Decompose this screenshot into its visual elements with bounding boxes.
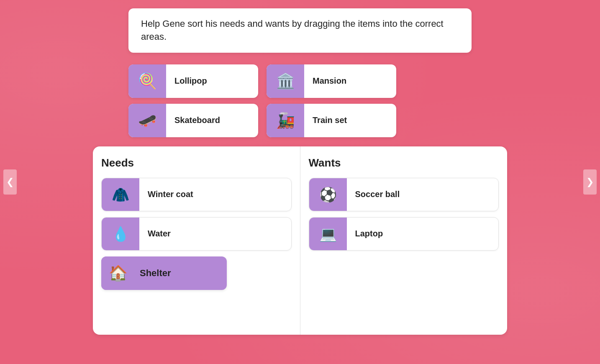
- left-arrow-icon: ❮: [6, 177, 14, 187]
- shelter-label: Shelter: [135, 268, 171, 279]
- items-row-2: 🛹 Skateboard 🚂 Train set: [128, 104, 472, 137]
- drag-item-trainset[interactable]: 🚂 Train set: [267, 104, 396, 137]
- draggable-items-section: 🍭 Lollipop 🏛️ Mansion 🛹 Skateboard 🚂 Tra…: [128, 64, 472, 137]
- mansion-label: Mansion: [304, 76, 346, 86]
- next-nav-button[interactable]: ❯: [583, 169, 597, 195]
- skateboard-label: Skateboard: [166, 115, 220, 125]
- water-icon: 💧: [102, 217, 139, 251]
- trainset-label: Train set: [304, 115, 347, 125]
- drag-item-lollipop[interactable]: 🍭 Lollipop: [128, 64, 258, 98]
- mansion-icon: 🏛️: [267, 64, 304, 98]
- wintercoat-icon: 🧥: [102, 178, 139, 211]
- drop-item-wintercoat[interactable]: 🧥 Winter coat: [101, 178, 292, 211]
- wintercoat-label: Winter coat: [139, 190, 193, 199]
- right-arrow-icon: ❯: [586, 177, 594, 187]
- needs-drop-zone[interactable]: Needs 🧥 Winter coat 💧 Water 🏠 Shelter: [93, 146, 300, 335]
- water-label: Water: [139, 229, 171, 238]
- drag-item-skateboard[interactable]: 🛹 Skateboard: [128, 104, 258, 137]
- skateboard-icon: 🛹: [128, 104, 166, 137]
- needs-zone-title: Needs: [101, 156, 292, 169]
- drag-item-shelter[interactable]: 🏠 Shelter: [101, 256, 227, 290]
- prev-nav-button[interactable]: ❮: [3, 169, 17, 195]
- laptop-label: Laptop: [347, 229, 383, 238]
- drop-item-soccerball[interactable]: ⚽ Soccer ball: [309, 178, 499, 211]
- shelter-icon: 🏠: [101, 256, 135, 290]
- drop-zones-container: Needs 🧥 Winter coat 💧 Water 🏠 Shelter Wa…: [93, 146, 507, 335]
- lollipop-label: Lollipop: [166, 76, 207, 86]
- drop-item-water[interactable]: 💧 Water: [101, 217, 292, 251]
- drag-item-mansion[interactable]: 🏛️ Mansion: [267, 64, 396, 98]
- soccerball-icon: ⚽: [309, 178, 347, 211]
- items-row-1: 🍭 Lollipop 🏛️ Mansion: [128, 64, 472, 98]
- wants-drop-zone[interactable]: Wants ⚽ Soccer ball 💻 Laptop: [300, 146, 508, 335]
- wants-zone-title: Wants: [309, 156, 499, 169]
- soccerball-label: Soccer ball: [347, 190, 400, 199]
- instruction-text: Help Gene sort his needs and wants by dr…: [141, 18, 459, 44]
- lollipop-icon: 🍭: [128, 64, 166, 98]
- instruction-box: Help Gene sort his needs and wants by dr…: [128, 8, 472, 53]
- laptop-icon: 💻: [309, 217, 347, 251]
- drop-item-laptop[interactable]: 💻 Laptop: [309, 217, 499, 251]
- trainset-icon: 🚂: [267, 104, 304, 137]
